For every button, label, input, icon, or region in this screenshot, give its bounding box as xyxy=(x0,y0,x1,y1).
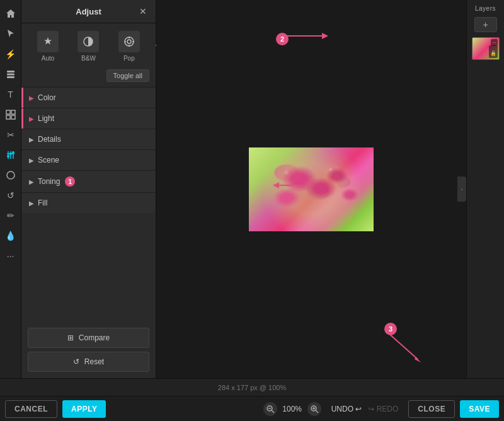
svg-point-16 xyxy=(125,37,134,46)
action-buttons: ⊞ Compare ↺ Reset xyxy=(21,321,156,378)
layers-icon[interactable] xyxy=(2,66,20,83)
color-accordion-header[interactable]: ▶ Color xyxy=(21,88,156,108)
layers-panel: › Layers + ··· 🔒 xyxy=(466,0,504,378)
scissors-icon[interactable]: ✂ xyxy=(2,126,20,144)
auto-preset-button[interactable]: Auto xyxy=(37,31,59,62)
toggle-all-button[interactable]: Toggle all xyxy=(106,69,149,82)
undo-redo-controls: UNDO ↩ ↪ REDO xyxy=(331,405,399,413)
pop-preset-button[interactable]: Pop xyxy=(118,31,140,62)
toning-badge: 1 xyxy=(65,176,75,187)
grid-icon[interactable] xyxy=(2,106,20,124)
zoom-out-button[interactable] xyxy=(263,402,277,416)
accordion-light: ▶ Light xyxy=(21,108,156,129)
reset-button[interactable]: ↺ Reset xyxy=(28,352,149,372)
bw-icon xyxy=(77,31,99,52)
auto-icon xyxy=(37,31,59,52)
svg-rect-1 xyxy=(7,74,14,76)
zoom-value: 100% xyxy=(281,405,304,413)
svg-point-9 xyxy=(9,153,12,155)
svg-line-34 xyxy=(316,410,318,413)
redo-button: ↪ REDO xyxy=(368,405,398,413)
circle-icon[interactable] xyxy=(2,166,20,184)
reset-icon: ↺ xyxy=(73,357,79,366)
image-info: 284 x 177 px @ 100% xyxy=(6,384,498,391)
light-accordion-header[interactable]: ▶ Light xyxy=(21,108,156,129)
svg-point-13 xyxy=(12,151,14,154)
adjust-header: Adjust ✕ xyxy=(21,0,156,23)
scene-accordion-header[interactable]: ▶ Scene xyxy=(21,150,156,170)
compare-label: Compare xyxy=(79,333,110,342)
svg-rect-5 xyxy=(6,115,10,119)
bottom-bar: CANCEL APPLY 100% UNDO ↩ ↪ R xyxy=(0,396,504,421)
layer-thumbnail[interactable]: ··· 🔒 xyxy=(472,37,500,60)
compare-button[interactable]: ⊞ Compare xyxy=(28,328,149,348)
chevron-icon: ▶ xyxy=(29,136,34,143)
toning-accordion-header[interactable]: ▶ Toning 1 xyxy=(21,171,156,192)
accordion-details: ▶ Details xyxy=(21,129,156,149)
svg-point-17 xyxy=(127,40,131,43)
undo-button[interactable]: UNDO ↩ xyxy=(331,405,362,413)
svg-point-11 xyxy=(7,155,9,158)
adjust-panel: Adjust ✕ Auto B&W Pop xyxy=(21,0,156,378)
text-icon[interactable]: T xyxy=(2,86,20,103)
accordion-toning: ▶ Toning 1 xyxy=(21,170,156,192)
details-accordion-header[interactable]: ▶ Details xyxy=(21,129,156,149)
home-icon[interactable] xyxy=(2,5,20,23)
zoom-controls: 100% xyxy=(263,402,321,416)
svg-marker-25 xyxy=(322,33,328,39)
accordion-fill: ▶ Fill xyxy=(21,192,156,213)
save-button[interactable]: SAVE xyxy=(460,400,499,418)
color-label: Color xyxy=(38,93,56,102)
chevron-icon: ▶ xyxy=(29,157,34,164)
add-layer-button[interactable]: + xyxy=(474,17,497,32)
lightning-icon[interactable]: ⚡ xyxy=(2,45,20,63)
reset-label: Reset xyxy=(84,357,104,366)
sliders-icon[interactable] xyxy=(2,146,20,164)
panel-close-button[interactable]: ✕ xyxy=(137,5,149,18)
details-label: Details xyxy=(38,135,61,144)
apply-button[interactable]: APPLY xyxy=(62,400,106,418)
svg-rect-0 xyxy=(7,71,14,72)
toning-label: Toning xyxy=(38,177,60,186)
undo-icon: ↩ xyxy=(355,405,362,413)
refresh-icon[interactable]: ↺ xyxy=(2,187,20,204)
status-bar: 284 x 177 px @ 100% xyxy=(0,378,504,396)
preset-row: Auto B&W Pop xyxy=(21,23,156,67)
svg-marker-29 xyxy=(415,357,421,362)
canvas-image xyxy=(249,147,374,231)
annotation-3-badge: 3 xyxy=(389,325,392,333)
panel-title: Adjust xyxy=(40,7,137,16)
svg-point-14 xyxy=(7,171,14,179)
canvas-area: 2 3 xyxy=(156,0,466,378)
dropper-icon[interactable]: 💧 xyxy=(2,227,20,245)
annotation-2-badge: 2 xyxy=(280,35,284,43)
accordion-scene: ▶ Scene xyxy=(21,149,156,170)
cursor-icon[interactable] xyxy=(2,25,20,43)
more-icon[interactable]: ··· xyxy=(2,247,20,265)
scene-label: Scene xyxy=(38,156,59,164)
svg-line-28 xyxy=(389,334,418,359)
fill-accordion-header[interactable]: ▶ Fill xyxy=(21,193,156,213)
pencil-icon[interactable]: ✏ xyxy=(2,207,20,224)
fill-label: Fill xyxy=(38,199,47,207)
light-label: Light xyxy=(38,114,54,123)
accordion-color: ▶ Color xyxy=(21,87,156,108)
close-button[interactable]: CLOSE xyxy=(408,400,455,418)
svg-rect-3 xyxy=(6,110,10,114)
svg-rect-4 xyxy=(11,110,15,114)
pop-icon xyxy=(118,31,140,52)
zoom-in-button[interactable] xyxy=(307,402,321,416)
toggle-all-row: Toggle all xyxy=(21,67,156,87)
left-toolbar: ⚡ T ✂ ↺ ✏ 💧 ··· xyxy=(0,0,21,378)
compare-icon: ⊞ xyxy=(67,333,74,342)
collapse-button[interactable]: › xyxy=(457,176,466,202)
layer-lock-icon: 🔒 xyxy=(490,50,496,56)
layers-title: Layers xyxy=(475,5,496,12)
svg-rect-6 xyxy=(11,115,15,119)
chevron-icon: ▶ xyxy=(29,95,34,101)
svg-line-31 xyxy=(272,410,274,413)
cancel-button[interactable]: CANCEL xyxy=(5,400,57,418)
accordion-list: ▶ Color ▶ Light ▶ Details ▶ Scene xyxy=(21,87,156,321)
bw-preset-button[interactable]: B&W xyxy=(77,31,99,62)
canvas-wrapper xyxy=(249,147,374,231)
